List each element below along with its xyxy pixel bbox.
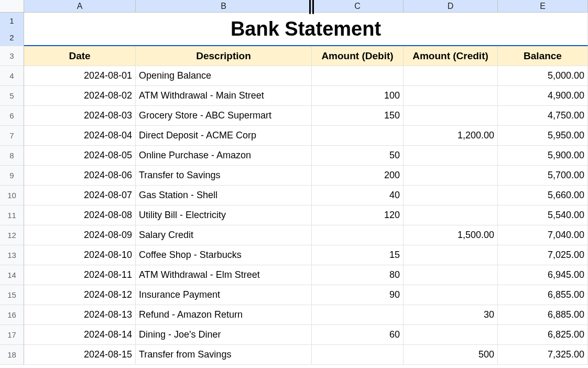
header-credit[interactable]: Amount (Credit) (404, 46, 498, 66)
cell-description[interactable]: Utility Bill - Electricity (136, 205, 312, 225)
cell-description[interactable]: Grocery Store - ABC Supermart (136, 106, 312, 126)
cell-debit[interactable] (312, 126, 404, 146)
col-header-d[interactable]: D (404, 0, 498, 13)
col-header-a[interactable]: A (24, 0, 136, 13)
cell-date[interactable]: 2024-08-03 (24, 106, 136, 126)
cell-credit[interactable] (404, 245, 498, 265)
row-header-title-block[interactable]: 1 2 (0, 13, 24, 46)
cell-date[interactable]: 2024-08-09 (24, 225, 136, 245)
cell-description[interactable]: Dining - Joe's Diner (136, 325, 312, 345)
row-header-12[interactable]: 12 (0, 225, 24, 245)
cell-debit[interactable]: 15 (312, 245, 404, 265)
cell-date[interactable]: 2024-08-01 (24, 66, 136, 86)
row-header-17[interactable]: 17 (0, 325, 24, 345)
cell-description[interactable]: ATM Withdrawal - Main Street (136, 86, 312, 106)
cell-date[interactable]: 2024-08-14 (24, 325, 136, 345)
cell-description[interactable]: Gas Station - Shell (136, 186, 312, 205)
cell-debit[interactable]: 120 (312, 205, 404, 225)
row-header-14[interactable]: 14 (0, 265, 24, 285)
cell-credit[interactable] (404, 285, 498, 305)
cell-balance[interactable]: 6,885.00 (498, 305, 588, 325)
col-header-c[interactable]: C (312, 0, 404, 13)
cell-credit[interactable]: 500 (404, 345, 498, 365)
row-header-8[interactable]: 8 (0, 146, 24, 166)
cell-date[interactable]: 2024-08-12 (24, 285, 136, 305)
cell-description[interactable]: Online Purchase - Amazon (136, 146, 312, 166)
cell-balance[interactable]: 5,000.00 (498, 66, 588, 86)
cell-description[interactable]: Insurance Payment (136, 285, 312, 305)
cell-balance[interactable]: 5,950.00 (498, 126, 588, 146)
cell-date[interactable]: 2024-08-08 (24, 205, 136, 225)
cell-credit[interactable] (404, 146, 498, 166)
cell-credit[interactable] (404, 186, 498, 205)
header-balance[interactable]: Balance (498, 46, 588, 66)
cell-date[interactable]: 2024-08-07 (24, 186, 136, 205)
row-header-2[interactable]: 2 (9, 29, 14, 46)
cell-debit[interactable] (312, 345, 404, 365)
cell-balance[interactable]: 6,825.00 (498, 325, 588, 345)
col-header-e[interactable]: E (498, 0, 588, 13)
cell-credit[interactable] (404, 106, 498, 126)
cell-debit[interactable]: 50 (312, 146, 404, 166)
col-header-b[interactable]: B (136, 0, 312, 13)
cell-debit[interactable]: 60 (312, 325, 404, 345)
row-header-3[interactable]: 3 (0, 46, 24, 66)
row-header-10[interactable]: 10 (0, 186, 24, 205)
cell-credit[interactable] (404, 265, 498, 285)
cell-debit[interactable]: 40 (312, 186, 404, 205)
cell-debit[interactable]: 90 (312, 285, 404, 305)
cell-balance[interactable]: 5,660.00 (498, 186, 588, 205)
cell-description[interactable]: Transfer from Savings (136, 345, 312, 365)
cell-credit[interactable] (404, 325, 498, 345)
cell-date[interactable]: 2024-08-13 (24, 305, 136, 325)
row-header-13[interactable]: 13 (0, 245, 24, 265)
cell-date[interactable]: 2024-08-10 (24, 245, 136, 265)
cell-balance[interactable]: 6,855.00 (498, 285, 588, 305)
cell-description[interactable]: Coffee Shop - Starbucks (136, 245, 312, 265)
cell-description[interactable]: Opening Balance (136, 66, 312, 86)
cell-debit[interactable] (312, 225, 404, 245)
cell-balance[interactable]: 4,900.00 (498, 86, 588, 106)
cell-credit[interactable] (404, 166, 498, 186)
cell-balance[interactable]: 5,700.00 (498, 166, 588, 186)
title-cell[interactable]: Bank Statement (24, 13, 588, 46)
row-header-15[interactable]: 15 (0, 285, 24, 305)
cell-date[interactable]: 2024-08-15 (24, 345, 136, 365)
header-date[interactable]: Date (24, 46, 136, 66)
cell-credit[interactable]: 30 (404, 305, 498, 325)
header-debit[interactable]: Amount (Debit) (312, 46, 404, 66)
cell-debit[interactable] (312, 66, 404, 86)
cell-credit[interactable] (404, 86, 498, 106)
row-header-16[interactable]: 16 (0, 305, 24, 325)
cell-balance[interactable]: 4,750.00 (498, 106, 588, 126)
row-header-5[interactable]: 5 (0, 86, 24, 106)
row-header-6[interactable]: 6 (0, 106, 24, 126)
row-header-7[interactable]: 7 (0, 126, 24, 146)
cell-date[interactable]: 2024-08-06 (24, 166, 136, 186)
cell-description[interactable]: ATM Withdrawal - Elm Street (136, 265, 312, 285)
cell-date[interactable]: 2024-08-04 (24, 126, 136, 146)
row-header-18[interactable]: 18 (0, 345, 24, 365)
cell-balance[interactable]: 7,025.00 (498, 245, 588, 265)
row-header-9[interactable]: 9 (0, 166, 24, 186)
cell-debit[interactable]: 80 (312, 265, 404, 285)
cell-description[interactable]: Direct Deposit - ACME Corp (136, 126, 312, 146)
cell-debit[interactable]: 200 (312, 166, 404, 186)
cell-debit[interactable]: 100 (312, 86, 404, 106)
cell-credit[interactable]: 1,200.00 (404, 126, 498, 146)
cell-date[interactable]: 2024-08-05 (24, 146, 136, 166)
cell-credit[interactable] (404, 66, 498, 86)
cell-date[interactable]: 2024-08-11 (24, 265, 136, 285)
row-header-4[interactable]: 4 (0, 66, 24, 86)
cell-credit[interactable] (404, 205, 498, 225)
cell-balance[interactable]: 5,900.00 (498, 146, 588, 166)
cell-debit[interactable]: 150 (312, 106, 404, 126)
cell-credit[interactable]: 1,500.00 (404, 225, 498, 245)
cell-balance[interactable]: 7,325.00 (498, 345, 588, 365)
cell-description[interactable]: Refund - Amazon Return (136, 305, 312, 325)
cell-description[interactable]: Salary Credit (136, 225, 312, 245)
cell-balance[interactable]: 5,540.00 (498, 205, 588, 225)
select-all-corner[interactable] (0, 0, 24, 13)
header-description[interactable]: Description (136, 46, 312, 66)
cell-description[interactable]: Transfer to Savings (136, 166, 312, 186)
